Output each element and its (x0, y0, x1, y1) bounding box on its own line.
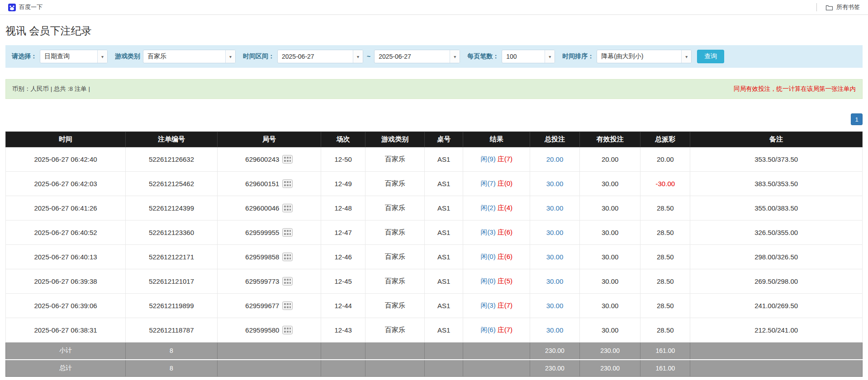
header-result: 结果 (463, 132, 530, 147)
payout-value: 28.50 (657, 204, 674, 212)
cell-remark: 353.50/373.50 (690, 147, 863, 172)
payout-value: 28.50 (657, 302, 674, 310)
cell-total-bet: 30.00 (530, 172, 580, 196)
empty-cell (463, 342, 530, 360)
cell-remark: 212.50/241.00 (690, 318, 863, 342)
date-to-value: 2025-06-27 (375, 50, 450, 63)
total-bet-link[interactable]: 30.00 (546, 180, 564, 188)
round-detail-icon[interactable] (282, 277, 293, 286)
chevron-down-icon[interactable]: ▾ (225, 50, 235, 63)
total-bet-link[interactable]: 30.00 (546, 326, 564, 334)
cell-table-no: AS1 (425, 294, 463, 318)
round-detail-icon[interactable] (282, 179, 293, 188)
chevron-down-icon[interactable]: ▾ (353, 50, 363, 63)
query-button[interactable]: 查询 (697, 50, 724, 63)
cell-game-type: 百家乐 (365, 318, 425, 342)
total-bet-link[interactable]: 30.00 (546, 302, 564, 310)
player-result: 闲(3) (480, 228, 495, 236)
cell-table-no: AS1 (425, 318, 463, 342)
total-bet-link[interactable]: 30.00 (546, 229, 564, 236)
cell-bet-no: 522612126632 (126, 147, 218, 172)
cell-result: 闲(9)庄(7) (463, 147, 530, 172)
player-result: 闲(7) (480, 179, 495, 187)
cell-result: 闲(0)庄(6) (463, 245, 530, 269)
time-range-label: 时间区间： (243, 52, 275, 61)
sort-select[interactable]: 降幕(由大到小) ▾ (597, 50, 692, 63)
cell-time: 2025-06-27 06:41:26 (6, 196, 126, 220)
folder-icon (825, 4, 833, 11)
cell-total-bet: 30.00 (530, 196, 580, 220)
cell-session: 12-46 (321, 245, 365, 269)
cell-valid-bet: 20.00 (579, 147, 640, 172)
payout-value: 28.50 (657, 326, 674, 334)
cell-session: 12-48 (321, 196, 365, 220)
cell-round-no: 629599677 (217, 294, 321, 318)
total-bet-link[interactable]: 30.00 (546, 277, 564, 285)
grand-total-row: 总计 8 230.00 230.00 161.00 (6, 360, 863, 377)
page-size-select[interactable]: 100 ▾ (502, 50, 555, 63)
header-remark: 备注 (690, 132, 863, 147)
header-valid-bet: 有效投注 (579, 132, 640, 147)
cell-valid-bet: 30.00 (579, 172, 640, 196)
cell-game-type: 百家乐 (365, 269, 425, 294)
chevron-down-icon[interactable]: ▾ (681, 50, 691, 63)
banker-result: 庄(5) (498, 277, 512, 285)
header-total-bet: 总投注 (530, 132, 580, 147)
total-bet-link[interactable]: 30.00 (546, 204, 564, 212)
round-detail-icon[interactable] (282, 301, 293, 310)
cell-valid-bet: 30.00 (579, 294, 640, 318)
payout-value: 20.00 (657, 155, 674, 163)
payout-value: 28.50 (657, 253, 674, 261)
player-result: 闲(9) (480, 155, 495, 163)
cell-session: 12-47 (321, 220, 365, 245)
round-detail-icon[interactable] (282, 326, 293, 334)
chevron-down-icon[interactable]: ▾ (545, 50, 555, 63)
round-no: 629600151 (245, 180, 279, 188)
total-bet-link[interactable]: 30.00 (546, 253, 564, 261)
header-time: 时间 (6, 132, 126, 147)
empty-cell (365, 342, 425, 360)
bookmark-baidu[interactable]: 百度一下 (5, 2, 45, 13)
round-detail-icon[interactable] (282, 155, 293, 164)
cell-payout: 28.50 (640, 245, 690, 269)
cell-round-no: 629599580 (217, 318, 321, 342)
cell-remark: 383.50/353.50 (690, 172, 863, 196)
page-1-button[interactable]: 1 (851, 113, 863, 125)
round-detail-icon[interactable] (282, 204, 293, 212)
baidu-favicon-icon (8, 4, 16, 11)
cell-time: 2025-06-27 06:40:52 (6, 220, 126, 245)
summary-notice: 同局有效投注，统一计算在该局第一张注单内 (734, 85, 856, 93)
subtotal-payout: 161.00 (640, 342, 690, 360)
all-bookmarks-button[interactable]: 所有书签 (823, 2, 863, 13)
cell-total-bet: 30.00 (530, 220, 580, 245)
round-no: 629599858 (245, 253, 279, 261)
cell-valid-bet: 30.00 (579, 269, 640, 294)
chevron-down-icon[interactable]: ▾ (450, 50, 460, 63)
cell-time: 2025-06-27 06:42:40 (6, 147, 126, 172)
game-type-select[interactable]: 百家乐 ▾ (143, 50, 236, 63)
cell-remark: 241.00/269.50 (690, 294, 863, 318)
cell-round-no: 629599773 (217, 269, 321, 294)
query-type-select[interactable]: 日期查询 ▾ (40, 50, 108, 63)
cell-session: 12-49 (321, 172, 365, 196)
round-detail-icon[interactable] (282, 228, 293, 237)
table-header: 时间 注单编号 局号 场次 游戏类别 桌号 结果 总投注 有效投注 总派彩 备注 (6, 132, 863, 147)
cell-valid-bet: 30.00 (579, 245, 640, 269)
total-bet-link[interactable]: 20.00 (546, 155, 564, 163)
cell-table-no: AS1 (425, 196, 463, 220)
cell-remark: 269.50/298.00 (690, 269, 863, 294)
cell-remark: 326.50/355.00 (690, 220, 863, 245)
cell-result: 闲(6)庄(7) (463, 318, 530, 342)
round-no: 629599773 (245, 277, 279, 285)
chevron-down-icon[interactable]: ▾ (97, 50, 107, 63)
cell-payout: 20.00 (640, 147, 690, 172)
cell-payout: 28.50 (640, 269, 690, 294)
cell-time: 2025-06-27 06:39:38 (6, 269, 126, 294)
date-from-picker[interactable]: 2025-06-27 ▾ (277, 50, 363, 63)
round-no: 629599955 (245, 229, 279, 236)
cell-bet-no: 522612125462 (126, 172, 218, 196)
page-title: 视讯 会员下注纪录 (5, 24, 863, 38)
query-type-value: 日期查询 (40, 50, 97, 63)
date-to-picker[interactable]: 2025-06-27 ▾ (374, 50, 460, 63)
round-detail-icon[interactable] (282, 253, 293, 261)
